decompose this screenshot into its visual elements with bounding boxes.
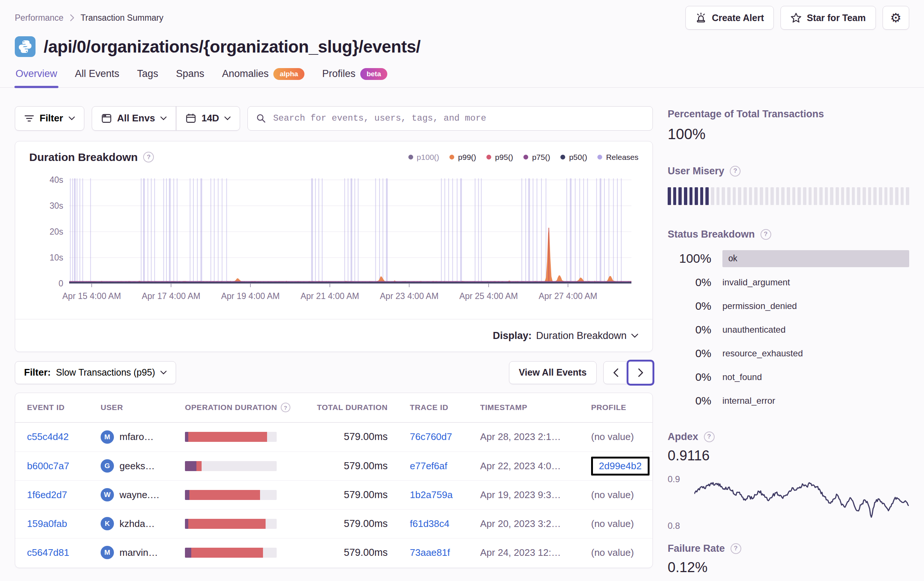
profile-link[interactable]: 2d99e4b2 bbox=[599, 460, 642, 472]
tab-anomalies[interactable]: Anomaliesalpha bbox=[222, 68, 304, 87]
profile-no-value: (no value) bbox=[591, 489, 634, 500]
filter-lines-icon bbox=[24, 114, 35, 123]
event-id-link[interactable]: c5647d81 bbox=[27, 547, 69, 558]
search-input[interactable] bbox=[273, 113, 644, 123]
filter-button[interactable]: Filter bbox=[15, 106, 84, 131]
legend-item-p95[interactable]: p95() bbox=[487, 153, 513, 162]
view-all-events-button[interactable]: View All Events bbox=[509, 361, 597, 384]
legend-item-p75[interactable]: p75() bbox=[523, 153, 550, 162]
star-for-team-button[interactable]: Star for Team bbox=[780, 6, 876, 30]
user-cell: Ggeeks… bbox=[101, 459, 185, 473]
chevron-right-icon bbox=[69, 14, 75, 22]
svg-text:Apr 21 4:00 AM: Apr 21 4:00 AM bbox=[300, 291, 359, 301]
status-row-resource_exhausted: 0%resource_exhausted bbox=[668, 341, 909, 365]
column-header-event-id: EVENT ID bbox=[27, 403, 101, 412]
status-pct: 0% bbox=[668, 371, 711, 383]
svg-text:Apr 17 4:00 AM: Apr 17 4:00 AM bbox=[142, 291, 200, 301]
misery-bar bbox=[906, 187, 909, 205]
duration-breakdown-chart[interactable]: 010s20s30s40sApr 15 4:00 AMApr 17 4:00 A… bbox=[28, 175, 637, 301]
status-label-wrap: internal_error bbox=[723, 396, 909, 406]
table-row: 1f6ed2d7Wwayne.…579.00ms1b2a759aApr 19, … bbox=[15, 480, 652, 509]
previous-page-button[interactable] bbox=[604, 362, 628, 384]
misery-bar bbox=[852, 187, 855, 205]
event-id-link[interactable]: 1f6ed2d7 bbox=[27, 489, 67, 500]
trace-id-link[interactable]: 73aae81f bbox=[410, 547, 450, 558]
avatar: G bbox=[101, 459, 114, 473]
svg-text:40s: 40s bbox=[50, 175, 63, 185]
legend-label: p100() bbox=[417, 153, 439, 162]
table-header-row: EVENT ID USER OPERATION DURATION? TOTAL … bbox=[15, 393, 652, 423]
tab-spans[interactable]: Spans bbox=[176, 68, 205, 87]
misery-bar bbox=[749, 187, 752, 205]
misery-bar bbox=[830, 187, 833, 205]
profile-cell: (no value) bbox=[591, 547, 641, 558]
event-id-link[interactable]: 159a0fab bbox=[27, 518, 67, 529]
apdex-y-top-label: 0.9 bbox=[668, 474, 680, 484]
help-icon[interactable]: ? bbox=[143, 152, 154, 162]
content: Filter All Envs bbox=[0, 97, 924, 576]
total-duration-cell: 579.00ms bbox=[297, 431, 410, 443]
status-breakdown-section: Status Breakdown ? 100%ok0%invalid_argum… bbox=[668, 229, 909, 413]
environment-selector[interactable]: All Envs bbox=[92, 107, 176, 130]
legend-item-p99[interactable]: p99() bbox=[449, 153, 476, 162]
help-icon[interactable]: ? bbox=[281, 402, 290, 412]
tab-tags[interactable]: Tags bbox=[137, 68, 158, 87]
help-icon[interactable]: ? bbox=[730, 166, 741, 177]
legend-item-p50[interactable]: p50() bbox=[560, 153, 587, 162]
date-range-selector[interactable]: 14D bbox=[177, 107, 240, 130]
misery-bar bbox=[695, 187, 698, 205]
legend-dot-icon bbox=[408, 155, 413, 159]
display-label: Display: bbox=[493, 330, 531, 341]
tab-overview[interactable]: Overview bbox=[15, 68, 57, 87]
user-name: mfaro… bbox=[119, 431, 153, 443]
operation-duration-bar bbox=[185, 519, 277, 529]
trace-id-link[interactable]: e77ef6af bbox=[410, 460, 447, 472]
legend-item-Releases[interactable]: Releases bbox=[597, 153, 639, 162]
misery-bar bbox=[727, 187, 731, 205]
event-id-cell: 159a0fab bbox=[27, 518, 101, 530]
event-id-link[interactable]: b600c7a7 bbox=[27, 460, 69, 472]
breadcrumb-performance[interactable]: Performance bbox=[15, 13, 64, 23]
star-icon bbox=[790, 12, 802, 23]
operation-duration-bar bbox=[185, 548, 277, 558]
status-label: internal_error bbox=[723, 396, 775, 406]
status-pct: 0% bbox=[668, 347, 711, 360]
help-icon[interactable]: ? bbox=[704, 432, 714, 442]
status-label-wrap: ok bbox=[723, 250, 909, 267]
legend-label: p99() bbox=[458, 153, 476, 162]
op-bar-segment-purple bbox=[185, 519, 188, 529]
trace-id-link[interactable]: 76c760d7 bbox=[410, 431, 452, 442]
create-alert-button[interactable]: Create Alert bbox=[685, 6, 774, 30]
event-id-link[interactable]: c55c4d42 bbox=[27, 431, 69, 442]
window-icon bbox=[101, 113, 112, 124]
trace-id-link[interactable]: f61d38c4 bbox=[410, 518, 449, 529]
tab-profiles[interactable]: Profilesbeta bbox=[322, 68, 387, 87]
help-icon[interactable]: ? bbox=[731, 543, 741, 554]
legend-item-p100[interactable]: p100() bbox=[408, 153, 439, 162]
next-page-button[interactable] bbox=[628, 362, 652, 384]
user-cell: Mmfaro… bbox=[101, 430, 185, 444]
tab-all-events[interactable]: All Events bbox=[75, 68, 119, 87]
transaction-filter-select[interactable]: Filter: Slow Transactions (p95) bbox=[15, 361, 176, 384]
breadcrumb-current: Transaction Summary bbox=[81, 13, 163, 23]
misery-bar bbox=[690, 187, 693, 205]
profile-cell: (no value) bbox=[591, 431, 641, 443]
settings-button[interactable]: ⚙ bbox=[883, 6, 909, 30]
trace-id-link[interactable]: 1b2a759a bbox=[410, 489, 453, 500]
status-label: permission_denied bbox=[723, 301, 797, 311]
status-pct: 100% bbox=[668, 251, 711, 266]
column-header-trace-id: TRACE ID bbox=[410, 403, 480, 412]
misery-bar bbox=[884, 187, 888, 205]
help-icon[interactable]: ? bbox=[761, 229, 771, 240]
profile-cell: (no value) bbox=[591, 518, 641, 530]
display-selector[interactable]: Duration Breakdown bbox=[536, 330, 639, 341]
filter-bar: Filter All Envs bbox=[15, 106, 653, 131]
star-for-team-label: Star for Team bbox=[807, 13, 866, 23]
tab-label: Anomalies bbox=[222, 68, 269, 79]
misery-bar bbox=[792, 187, 796, 205]
misery-bar bbox=[722, 187, 725, 205]
svg-text:30s: 30s bbox=[50, 201, 63, 210]
status-pct: 0% bbox=[668, 300, 711, 312]
svg-text:10s: 10s bbox=[50, 253, 63, 262]
failure-rate-section: Failure Rate ? 0.12% bbox=[668, 543, 909, 576]
